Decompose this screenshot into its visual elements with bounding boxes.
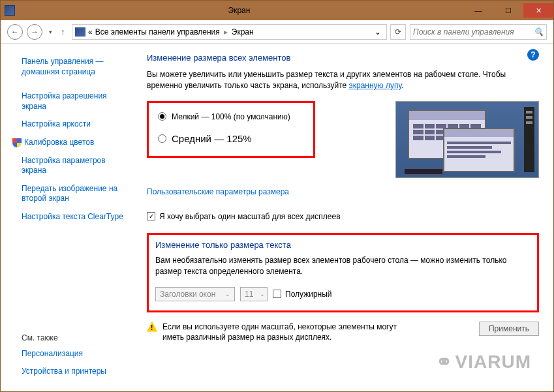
search-input[interactable] <box>413 27 531 37</box>
watermark-logo-icon: ⚭ <box>436 350 453 373</box>
sidebar-item-devices[interactable]: Устройства и принтеры <box>12 364 106 382</box>
titlebar: Экран — ☐ ✕ <box>1 1 553 20</box>
watermark-text: VIARUM <box>455 352 531 372</box>
breadcrumb-dropdown[interactable]: ⌄ <box>375 27 384 37</box>
breadcrumb-level1[interactable]: Все элементы панели управления <box>95 27 220 37</box>
search-box[interactable]: 🔍 <box>410 24 547 40</box>
navbar: ← → ▾ ↑ « Все элементы панели управления… <box>1 20 553 44</box>
scale-radio-group: Мелкий — 100% (по умолчанию) Средний — 1… <box>147 101 315 158</box>
element-select[interactable]: Заголовки окон ⌄ <box>155 287 235 301</box>
desc-text: Вы можете увеличить или уменьшить размер… <box>147 70 506 90</box>
apply-button[interactable]: Применить <box>479 322 539 336</box>
sidebar-item-calibration[interactable]: Калибровка цветов <box>12 135 132 153</box>
window-title: Экран <box>15 6 463 15</box>
history-dropdown[interactable]: ▾ <box>46 24 54 40</box>
preview-sidebar <box>524 107 534 172</box>
breadcrumb-sep: ▸ <box>223 27 229 37</box>
text-size-description: Вам необязательно изменять размер всех э… <box>155 255 531 278</box>
warning-row: Если вы используете один масштаб, некото… <box>147 322 539 344</box>
sidebar-item-display-settings[interactable]: Настройка параметров экрана <box>12 153 132 181</box>
radio-label: Мелкий — 100% (по умолчанию) <box>172 112 290 121</box>
maximize-button[interactable]: ☐ <box>493 3 523 18</box>
checkbox-icon <box>273 290 281 298</box>
display-preview <box>395 101 539 178</box>
radio-icon <box>158 134 166 143</box>
one-scale-checkbox-row[interactable]: ✓ Я хочу выбрать один масштаб для всех д… <box>147 212 539 221</box>
warning-icon <box>147 322 157 332</box>
select-value: 11 <box>245 290 253 299</box>
location-icon <box>75 27 85 37</box>
checkbox-icon: ✓ <box>147 212 155 220</box>
radio-medium[interactable]: Средний — 125% <box>158 133 304 144</box>
radio-icon <box>158 112 166 121</box>
minimize-button[interactable]: — <box>463 3 493 18</box>
breadcrumb-arrow: « <box>88 27 93 37</box>
radio-small[interactable]: Мелкий — 100% (по умолчанию) <box>158 112 304 121</box>
page-heading: Изменение размера всех элементов <box>147 53 539 63</box>
warning-text: Если вы используете один масштаб, некото… <box>162 322 410 344</box>
main-panel: ? Изменение размера всех элементов Вы мо… <box>138 44 553 391</box>
sidebar: Панель управления — домашняя страница На… <box>1 44 138 391</box>
sidebar-item-resolution[interactable]: Настройка разрешения экрана <box>12 89 132 117</box>
close-button[interactable]: ✕ <box>523 3 553 18</box>
sidebar-item-label: Калибровка цветов <box>24 138 94 148</box>
up-button[interactable]: ↑ <box>58 27 68 37</box>
checkbox-label: Я хочу выбрать один масштаб для всех дис… <box>159 212 341 221</box>
custom-size-link[interactable]: Пользовательские параметры размера <box>147 187 289 196</box>
app-icon <box>5 5 15 16</box>
breadcrumb[interactable]: « Все элементы панели управления ▸ Экран… <box>72 24 387 40</box>
chevron-down-icon: ⌄ <box>260 291 265 297</box>
select-value: Заголовки окон <box>160 290 215 299</box>
magnifier-link[interactable]: экранную лупу <box>349 81 402 90</box>
text-size-section: Изменение только размера текста Вам необ… <box>147 233 539 312</box>
radio-label: Средний — 125% <box>172 133 252 144</box>
help-icon[interactable]: ? <box>527 49 539 61</box>
sidebar-item-home[interactable]: Панель управления — домашняя страница <box>12 54 132 82</box>
watermark: ⚭ VIARUM <box>436 350 531 373</box>
checkbox-label: Полужирный <box>285 290 332 299</box>
preview-taskbar <box>404 168 443 175</box>
desc-post: . <box>401 81 403 90</box>
breadcrumb-level2[interactable]: Экран <box>232 27 254 37</box>
shield-icon <box>12 138 22 147</box>
search-icon[interactable]: 🔍 <box>534 27 544 37</box>
sidebar-item-personalization[interactable]: Персонализация <box>12 346 106 365</box>
back-button[interactable]: ← <box>7 24 23 40</box>
sidebar-item-project[interactable]: Передать изображение на второй экран <box>12 181 132 209</box>
text-size-heading: Изменение только размера текста <box>155 240 531 250</box>
sidebar-item-brightness[interactable]: Настройка яркости <box>12 117 132 135</box>
see-also-heading: См. также <box>12 333 106 342</box>
preview-window-2 <box>443 128 515 172</box>
refresh-button[interactable]: ⟳ <box>390 24 406 40</box>
bold-checkbox-row[interactable]: Полужирный <box>273 290 332 299</box>
page-description: Вы можете увеличить или уменьшить размер… <box>147 69 539 92</box>
font-size-select[interactable]: 11 ⌄ <box>240 287 268 301</box>
forward-button[interactable]: → <box>27 24 42 40</box>
chevron-down-icon: ⌄ <box>225 291 230 297</box>
sidebar-item-cleartype[interactable]: Настройка текста ClearType <box>12 209 132 228</box>
